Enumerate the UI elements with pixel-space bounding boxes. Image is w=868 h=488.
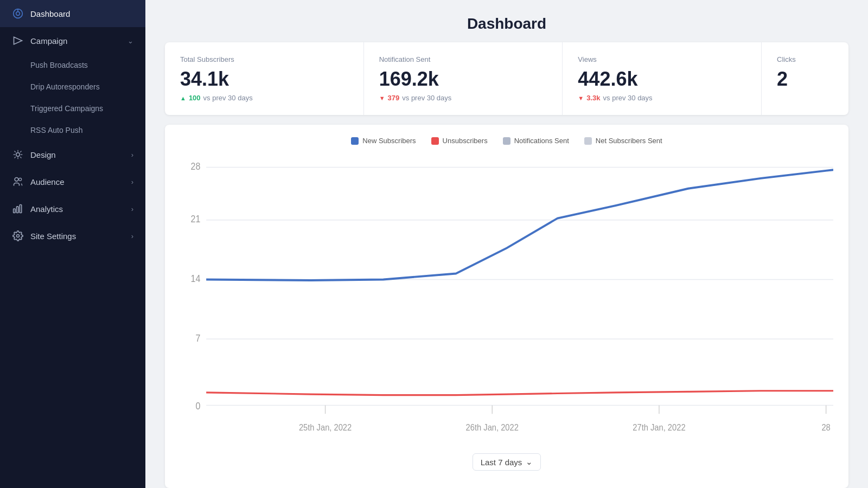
sidebar-item-label: Design	[30, 150, 125, 159]
date-filter: Last 7 days ⌄	[180, 444, 833, 477]
chevron-right-icon: ›	[131, 205, 133, 213]
svg-point-6	[19, 178, 22, 181]
change-value: 3.3k	[586, 94, 600, 102]
legend-label: New Subscribers	[362, 137, 416, 145]
sidebar-item-audience[interactable]: Audience ›	[0, 168, 145, 195]
change-text: vs prev 30 days	[603, 94, 653, 102]
dashboard-icon	[12, 8, 24, 20]
chevron-right-icon: ›	[131, 151, 133, 159]
design-icon	[12, 149, 24, 160]
stat-card-notification-sent: Notification Sent 169.2k ▼ 379 vs prev 3…	[364, 42, 563, 115]
sidebar-item-dashboard[interactable]: Dashboard	[0, 0, 145, 27]
chart-container: New Subscribers Unsubscribers Notificati…	[165, 125, 848, 488]
legend-unsubscribers: Unsubscribers	[431, 137, 488, 145]
sidebar-item-campaign[interactable]: Campaign ⌄	[0, 27, 145, 54]
stat-change: ▲ 100 vs prev 30 days	[180, 94, 348, 102]
sidebar-item-site-settings[interactable]: Site Settings ›	[0, 222, 145, 249]
sidebar-item-drip-autoresponders[interactable]: Drip Autoresponders	[0, 76, 145, 98]
new-subscribers-line	[206, 170, 833, 280]
svg-point-4	[16, 153, 20, 157]
svg-point-10	[17, 235, 20, 237]
legend-color-dot	[351, 137, 359, 145]
triggered-campaigns-label: Triggered Campaigns	[30, 104, 103, 113]
chart-svg: 28 21 14 7 0 25th Jan, 2022 26th Jan, 20…	[180, 155, 833, 444]
legend-label: Net Subscribers Sent	[596, 137, 662, 145]
change-value: 379	[388, 94, 400, 102]
settings-icon	[12, 230, 24, 242]
stat-change: ▼ 3.3k vs prev 30 days	[578, 94, 746, 102]
sidebar-item-rss-auto-push[interactable]: RSS Auto Push	[0, 119, 145, 141]
chevron-down-icon: ⌄	[127, 37, 133, 45]
sidebar-item-triggered-campaigns[interactable]: Triggered Campaigns	[0, 98, 145, 119]
unsubscribers-line	[206, 391, 833, 395]
legend-color-dot	[584, 137, 592, 145]
sidebar-item-label: Audience	[30, 177, 125, 187]
chevron-down-icon: ⌄	[526, 457, 533, 467]
stat-value: 442.6k	[578, 68, 746, 91]
y-label-14: 14	[191, 273, 201, 285]
change-text: vs prev 30 days	[402, 94, 451, 102]
legend-color-dot	[431, 137, 439, 145]
page-title: Dashboard	[145, 15, 868, 33]
audience-icon	[12, 176, 24, 188]
stat-label: Notification Sent	[379, 55, 547, 63]
legend-notifications-sent: Notifications Sent	[503, 137, 569, 145]
chart-area: 28 21 14 7 0 25th Jan, 2022 26th Jan, 20…	[180, 155, 833, 444]
stat-value: 169.2k	[379, 68, 547, 91]
sidebar-item-analytics[interactable]: Analytics ›	[0, 195, 145, 222]
x-label-28: 28	[821, 422, 830, 432]
campaign-icon	[12, 35, 24, 47]
y-label-28: 28	[191, 160, 201, 172]
stat-label: Views	[578, 55, 746, 63]
svg-point-1	[16, 12, 20, 16]
stat-label: Total Subscribers	[180, 55, 348, 63]
y-label-0: 0	[196, 400, 201, 412]
svg-marker-3	[14, 37, 22, 44]
x-label-26jan: 26th Jan, 2022	[466, 422, 519, 432]
main-content: Dashboard Total Subscribers 34.1k ▲ 100 …	[145, 0, 868, 488]
legend-label: Notifications Sent	[514, 137, 569, 145]
stat-card-clicks: Clicks 2	[762, 42, 848, 115]
svg-rect-9	[20, 205, 21, 213]
stat-card-views: Views 442.6k ▼ 3.3k vs prev 30 days	[563, 42, 762, 115]
sidebar: Dashboard Campaign ⌄ Push Broadcasts Dri…	[0, 0, 145, 488]
arrow-down-icon: ▼	[578, 95, 584, 101]
rss-auto-push-label: RSS Auto Push	[30, 126, 83, 134]
stat-label: Clicks	[777, 55, 833, 63]
y-label-21: 21	[191, 213, 201, 225]
arrow-down-icon: ▼	[379, 95, 385, 101]
analytics-icon	[12, 203, 24, 215]
stats-row: Total Subscribers 34.1k ▲ 100 vs prev 30…	[165, 42, 848, 115]
svg-rect-7	[14, 209, 15, 213]
x-label-27jan: 27th Jan, 2022	[633, 422, 685, 432]
stat-value: 34.1k	[180, 68, 348, 91]
chevron-right-icon: ›	[131, 232, 133, 240]
sidebar-item-label: Site Settings	[30, 232, 125, 241]
stat-change: ▼ 379 vs prev 30 days	[379, 94, 547, 102]
legend-label: Unsubscribers	[443, 137, 488, 145]
drip-autoresponders-label: Drip Autoresponders	[30, 82, 100, 91]
legend-color-dot	[503, 137, 510, 145]
chevron-right-icon: ›	[131, 178, 133, 186]
arrow-up-icon: ▲	[180, 95, 186, 101]
change-value: 100	[189, 94, 201, 102]
chart-legend: New Subscribers Unsubscribers Notificati…	[180, 137, 833, 145]
y-label-7: 7	[196, 332, 201, 344]
stat-card-total-subscribers: Total Subscribers 34.1k ▲ 100 vs prev 30…	[165, 42, 364, 115]
sidebar-item-push-broadcasts[interactable]: Push Broadcasts	[0, 54, 145, 76]
stat-value: 2	[777, 68, 833, 91]
date-filter-label: Last 7 days	[481, 458, 522, 467]
date-filter-button[interactable]: Last 7 days ⌄	[473, 453, 541, 471]
legend-net-subscribers: Net Subscribers Sent	[584, 137, 662, 145]
x-label-25jan: 25th Jan, 2022	[299, 422, 352, 432]
sidebar-item-label: Campaign	[30, 36, 121, 46]
change-text: vs prev 30 days	[203, 94, 253, 102]
svg-point-5	[15, 178, 18, 182]
sidebar-item-label: Analytics	[30, 204, 125, 214]
sidebar-item-design[interactable]: Design ›	[0, 141, 145, 168]
page-header: Dashboard	[145, 0, 868, 42]
svg-rect-8	[17, 207, 18, 213]
legend-new-subscribers: New Subscribers	[351, 137, 416, 145]
sidebar-item-label: Dashboard	[30, 9, 133, 18]
push-broadcasts-label: Push Broadcasts	[30, 61, 88, 69]
